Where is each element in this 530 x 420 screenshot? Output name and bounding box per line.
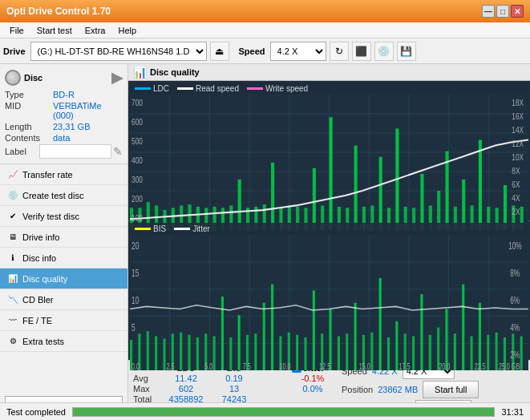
svg-rect-125 [296,334,298,370]
menu-help[interactable]: Help [111,24,143,37]
svg-rect-112 [188,334,190,370]
svg-text:400: 400 [131,155,143,166]
drive-label: Drive [3,46,26,56]
svg-rect-139 [412,336,415,370]
nav-extra-tests[interactable]: ⚙ Extra tests [0,331,127,352]
refresh-icon[interactable]: ↻ [330,42,349,61]
bottom-chart-svg: 20 15 10 5 10% 8% 6% 4% 2% 0.0 2.5 5.0 7… [130,235,528,371]
ldc-legend-color [135,87,151,90]
content-header-icon: 📊 [133,66,147,79]
ldc-legend-label: LDC [153,84,169,93]
disc-type-key: Type [5,90,53,99]
svg-rect-149 [496,332,498,370]
statusbar: Test completed 31:31 [0,402,530,420]
svg-rect-107 [147,331,149,370]
bis-legend-color [135,228,151,230]
start-full-button[interactable]: Start full [423,381,479,398]
nav-disc-info[interactable]: ℹ Disc info [0,248,127,269]
svg-text:22.5: 22.5 [475,361,486,370]
svg-text:4X: 4X [512,193,520,204]
legend-ldc: LDC [135,84,169,93]
svg-rect-146 [471,336,473,370]
chart-bottom: BIS Jitter [128,221,530,361]
svg-text:2.5: 2.5 [167,361,175,370]
svg-rect-131 [346,333,348,370]
svg-rect-132 [354,302,357,370]
disc-label-input[interactable] [39,144,111,159]
svg-text:8%: 8% [510,267,520,278]
nav-cd-bler[interactable]: 📉 CD Bler [0,289,127,310]
disc-length-val: 23,31 GB [53,122,123,131]
stop-icon[interactable]: ⬛ [352,42,371,61]
svg-text:7.5: 7.5 [243,361,251,370]
disc-icon[interactable]: 💿 [374,42,394,61]
disc-icon [5,70,21,86]
svg-text:2%: 2% [510,349,520,360]
menu-file[interactable]: File [3,24,30,37]
close-button[interactable]: ✕ [511,5,524,18]
menu-starttest[interactable]: Start test [30,24,79,37]
stats-avg-row: Avg 11.42 0.19 -0.1% [133,374,334,383]
stats-spacer3 [261,384,285,394]
minimize-button[interactable]: — [482,5,495,18]
stats-avg-jitter: -0.1% [292,374,334,383]
nav-drive-info[interactable]: 🖥 Drive info [0,227,127,248]
stats-position-row: Position 23862 MB Start full [342,381,479,398]
drive-select[interactable]: (G:) HL-DT-ST BD-RE WH16NS48 1.D3 [30,42,207,61]
svg-rect-121 [263,302,265,370]
disc-panel-label: Disc [24,73,42,83]
nav-verify-test-disc[interactable]: ✔ Verify test disc [0,206,127,227]
chart-top-legend: LDC Read speed Write speed [130,83,528,95]
svg-text:20: 20 [131,240,139,251]
read-speed-legend-color [177,87,193,90]
content-area: 📊 Disc quality LDC Read speed [128,64,530,420]
svg-text:20.0: 20.0 [439,361,450,370]
svg-text:12X: 12X [512,139,524,149]
nav-create-test-disc[interactable]: 💿 Create test disc [0,185,127,206]
save-icon[interactable]: 💾 [397,42,416,61]
menu-extra[interactable]: Extra [79,24,112,37]
disc-info-icon: ℹ [6,252,19,265]
transfer-rate-icon: 📈 [6,168,19,181]
disc-contents-val: data [53,133,123,143]
stats-avg-bis: 0.19 [213,374,255,383]
disc-type-row: Type BD-R [5,90,123,99]
disc-mid-val: VERBATiMe (000) [53,101,123,120]
stats-max-label: Max [133,384,159,394]
chart-bottom-legend: BIS Jitter [130,223,528,235]
content-header: 📊 Disc quality [128,64,530,81]
sidebar: Disc ▶ Type BD-R MID VERBATiMe (000) Len… [0,64,128,420]
svg-rect-122 [271,284,273,370]
extra-tests-icon: ⚙ [6,335,19,348]
disc-title: Disc ▶ [5,69,123,87]
maximize-button[interactable]: □ [496,5,509,18]
svg-rect-152 [520,336,523,370]
svg-rect-126 [304,337,306,370]
disc-expand-icon[interactable]: ▶ [111,69,123,87]
cd-bler-icon: 📉 [6,293,19,306]
disc-length-row: Length 23,31 GB [5,122,123,131]
stats-max-jitter: 0.0% [292,384,334,394]
svg-text:8X: 8X [512,166,520,176]
nav-transfer-rate[interactable]: 📈 Transfer rate [0,164,127,185]
progress-bar-fill [73,408,494,416]
nav-disc-quality[interactable]: 📊 Disc quality [0,269,127,289]
svg-text:10: 10 [131,294,139,305]
svg-rect-144 [454,333,456,370]
svg-rect-130 [338,336,340,370]
progress-bar [72,407,495,417]
disc-panel: Disc ▶ Type BD-R MID VERBATiMe (000) Len… [0,64,127,164]
speed-select[interactable]: 4.2 X [270,42,326,61]
disc-label-edit-icon[interactable]: ✎ [113,145,123,158]
disc-quality-icon: 📊 [6,273,19,285]
status-text: Test completed [6,407,66,417]
nav-fe-te[interactable]: 〰 FE / TE [0,310,127,331]
svg-text:15.0: 15.0 [359,361,370,370]
svg-text:0.0: 0.0 [131,361,140,370]
svg-rect-127 [313,290,315,370]
svg-rect-135 [379,277,382,370]
svg-text:18X: 18X [512,98,524,108]
legend-write-speed: Write speed [247,84,308,93]
eject-icon[interactable]: ⏏ [210,42,229,61]
svg-rect-109 [163,338,165,370]
